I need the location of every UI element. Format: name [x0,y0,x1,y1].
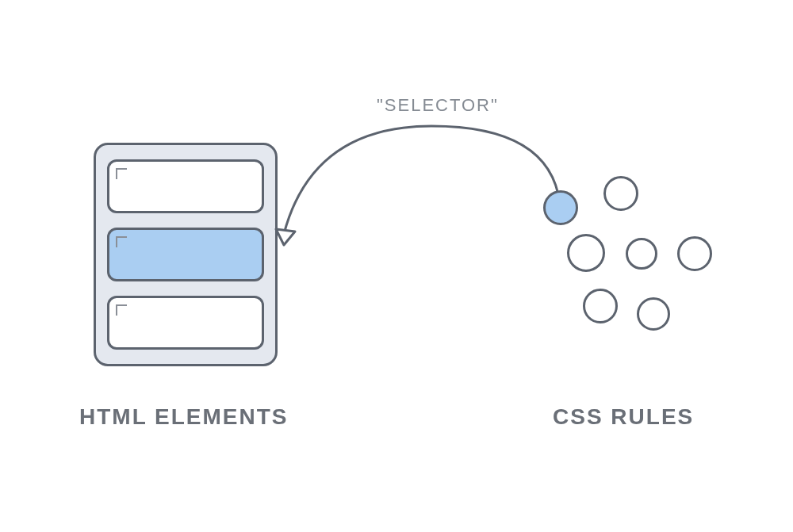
html-elements-container [94,143,278,366]
html-elements-label: HTML ELEMENTS [79,404,288,430]
html-element-1 [107,159,264,213]
css-rule-circle [626,238,657,270]
selector-label: "SELECTOR" [377,95,499,116]
html-element-3 [107,296,264,350]
css-rule-circle [637,297,670,331]
css-rule-circle [583,289,618,323]
css-rule-circle [567,234,605,272]
corner-decoration [116,236,127,247]
corner-decoration [116,304,127,316]
selector-arrow [273,118,590,261]
html-element-2-selected [107,228,264,281]
css-rule-circle [677,236,712,271]
css-rule-circle [603,176,638,211]
svg-marker-0 [276,229,295,245]
css-rule-circle-active [543,190,578,225]
css-rules-label: CSS RULES [553,404,694,430]
corner-decoration [116,168,127,179]
css-rules-cluster [543,190,726,365]
